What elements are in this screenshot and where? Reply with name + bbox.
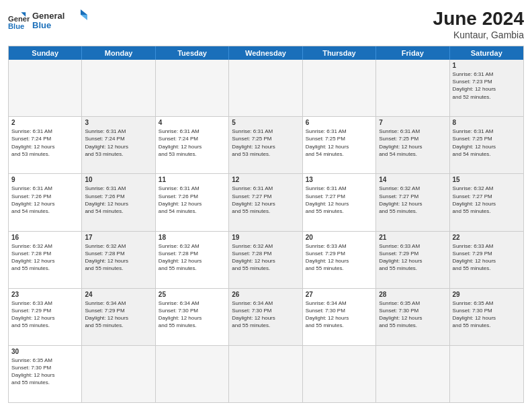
day-cell: 29Sunrise: 6:35 AM Sunset: 7:30 PM Dayli… — [450, 289, 523, 345]
cell-info: Sunrise: 6:35 AM Sunset: 7:30 PM Dayligh… — [453, 300, 521, 330]
day-number: 26 — [232, 291, 299, 298]
day-cell — [450, 346, 523, 402]
day-cell: 5Sunrise: 6:31 AM Sunset: 7:25 PM Daylig… — [229, 117, 302, 173]
week-row-2: 9Sunrise: 6:31 AM Sunset: 7:26 PM Daylig… — [9, 173, 523, 230]
day-cell: 2Sunrise: 6:31 AM Sunset: 7:24 PM Daylig… — [9, 117, 82, 173]
cell-info: Sunrise: 6:33 AM Sunset: 7:29 PM Dayligh… — [453, 242, 521, 273]
cell-info: Sunrise: 6:32 AM Sunset: 7:27 PM Dayligh… — [379, 185, 446, 215]
cell-info: Sunrise: 6:31 AM Sunset: 7:24 PM Dayligh… — [11, 128, 79, 158]
day-cell: 12Sunrise: 6:31 AM Sunset: 7:27 PM Dayli… — [229, 174, 302, 230]
day-number: 19 — [232, 234, 299, 241]
day-cell — [376, 346, 449, 402]
day-cell: 1Sunrise: 6:31 AM Sunset: 7:23 PM Daylig… — [450, 60, 523, 116]
week-row-0: 1Sunrise: 6:31 AM Sunset: 7:23 PM Daylig… — [9, 60, 523, 116]
day-number: 9 — [11, 176, 79, 183]
cell-info: Sunrise: 6:32 AM Sunset: 7:28 PM Dayligh… — [85, 242, 152, 273]
day-cell: 22Sunrise: 6:33 AM Sunset: 7:29 PM Dayli… — [450, 232, 523, 288]
day-cell: 30Sunrise: 6:35 AM Sunset: 7:30 PM Dayli… — [9, 346, 82, 402]
day-header-thursday: Thursday — [303, 46, 376, 60]
week-row-4: 23Sunrise: 6:33 AM Sunset: 7:29 PM Dayli… — [9, 288, 523, 345]
day-cell — [229, 60, 302, 116]
day-number: 7 — [379, 119, 446, 126]
day-number: 8 — [453, 119, 521, 126]
logo-svg: General Blue — [32, 8, 93, 32]
day-cell: 27Sunrise: 6:34 AM Sunset: 7:30 PM Dayli… — [303, 289, 376, 345]
day-cell — [156, 60, 229, 116]
week-row-3: 16Sunrise: 6:32 AM Sunset: 7:28 PM Dayli… — [9, 231, 523, 288]
cell-info: Sunrise: 6:33 AM Sunset: 7:29 PM Dayligh… — [306, 242, 373, 273]
day-cell: 21Sunrise: 6:33 AM Sunset: 7:29 PM Dayli… — [376, 232, 449, 288]
cell-info: Sunrise: 6:32 AM Sunset: 7:28 PM Dayligh… — [11, 242, 79, 273]
day-number: 20 — [306, 234, 373, 241]
day-cell: 10Sunrise: 6:31 AM Sunset: 7:26 PM Dayli… — [82, 174, 155, 230]
day-number: 3 — [85, 119, 152, 126]
cell-info: Sunrise: 6:32 AM Sunset: 7:27 PM Dayligh… — [453, 185, 521, 215]
cell-info: Sunrise: 6:31 AM Sunset: 7:25 PM Dayligh… — [232, 128, 299, 158]
day-cell — [9, 60, 82, 116]
cell-info: Sunrise: 6:31 AM Sunset: 7:25 PM Dayligh… — [453, 128, 521, 158]
logo: General Blue General Blue — [8, 8, 93, 35]
day-cell: 26Sunrise: 6:34 AM Sunset: 7:30 PM Dayli… — [229, 289, 302, 345]
day-number: 23 — [11, 291, 79, 298]
day-cell: 4Sunrise: 6:31 AM Sunset: 7:24 PM Daylig… — [156, 117, 229, 173]
location: Kuntaur, Gambia — [433, 30, 524, 40]
day-number: 21 — [379, 234, 446, 241]
cell-info: Sunrise: 6:32 AM Sunset: 7:28 PM Dayligh… — [232, 242, 299, 273]
day-number: 4 — [159, 119, 226, 126]
cell-info: Sunrise: 6:31 AM Sunset: 7:26 PM Dayligh… — [85, 185, 152, 215]
page-header: General Blue General Blue June 2024 Kunt… — [8, 8, 524, 40]
day-cell: 24Sunrise: 6:34 AM Sunset: 7:29 PM Dayli… — [82, 289, 155, 345]
day-cell: 11Sunrise: 6:31 AM Sunset: 7:26 PM Dayli… — [156, 174, 229, 230]
day-header-wednesday: Wednesday — [229, 46, 302, 60]
day-number: 18 — [159, 234, 226, 241]
day-cell: 13Sunrise: 6:31 AM Sunset: 7:27 PM Dayli… — [303, 174, 376, 230]
cell-info: Sunrise: 6:31 AM Sunset: 7:26 PM Dayligh… — [11, 185, 79, 215]
day-number: 25 — [159, 291, 226, 298]
cell-info: Sunrise: 6:33 AM Sunset: 7:29 PM Dayligh… — [379, 242, 446, 273]
svg-text:Blue: Blue — [32, 20, 51, 30]
day-cell: 14Sunrise: 6:32 AM Sunset: 7:27 PM Dayli… — [376, 174, 449, 230]
day-number: 6 — [306, 119, 373, 126]
day-number: 1 — [453, 62, 521, 69]
cell-info: Sunrise: 6:31 AM Sunset: 7:25 PM Dayligh… — [306, 128, 373, 158]
day-cell: 25Sunrise: 6:34 AM Sunset: 7:30 PM Dayli… — [156, 289, 229, 345]
cell-info: Sunrise: 6:33 AM Sunset: 7:29 PM Dayligh… — [11, 300, 79, 330]
day-cell: 16Sunrise: 6:32 AM Sunset: 7:28 PM Dayli… — [9, 232, 82, 288]
day-headers: SundayMondayTuesdayWednesdayThursdayFrid… — [9, 46, 523, 60]
day-number: 24 — [85, 291, 152, 298]
day-cell: 23Sunrise: 6:33 AM Sunset: 7:29 PM Dayli… — [9, 289, 82, 345]
day-cell — [376, 60, 449, 116]
day-number: 27 — [306, 291, 373, 298]
day-header-friday: Friday — [376, 46, 449, 60]
calendar: SundayMondayTuesdayWednesdayThursdayFrid… — [8, 46, 524, 403]
day-cell: 8Sunrise: 6:31 AM Sunset: 7:25 PM Daylig… — [450, 117, 523, 173]
day-number: 14 — [379, 176, 446, 183]
cell-info: Sunrise: 6:31 AM Sunset: 7:23 PM Dayligh… — [453, 71, 521, 101]
calendar-body: 1Sunrise: 6:31 AM Sunset: 7:23 PM Daylig… — [9, 60, 523, 402]
day-number: 17 — [85, 234, 152, 241]
cell-info: Sunrise: 6:35 AM Sunset: 7:30 PM Dayligh… — [11, 357, 79, 387]
day-cell: 9Sunrise: 6:31 AM Sunset: 7:26 PM Daylig… — [9, 174, 82, 230]
svg-text:General: General — [32, 11, 64, 21]
day-cell — [303, 60, 376, 116]
day-cell: 18Sunrise: 6:32 AM Sunset: 7:28 PM Dayli… — [156, 232, 229, 288]
day-cell — [82, 346, 155, 402]
day-cell: 3Sunrise: 6:31 AM Sunset: 7:24 PM Daylig… — [82, 117, 155, 173]
day-number: 13 — [306, 176, 373, 183]
month-year: June 2024 — [433, 8, 524, 30]
day-header-saturday: Saturday — [450, 46, 523, 60]
logo-icon: General Blue — [8, 11, 30, 32]
day-header-monday: Monday — [82, 46, 155, 60]
cell-info: Sunrise: 6:31 AM Sunset: 7:25 PM Dayligh… — [379, 128, 446, 158]
day-cell — [303, 346, 376, 402]
day-cell — [229, 346, 302, 402]
cell-info: Sunrise: 6:31 AM Sunset: 7:26 PM Dayligh… — [159, 185, 226, 215]
cell-info: Sunrise: 6:35 AM Sunset: 7:30 PM Dayligh… — [379, 300, 446, 330]
day-header-sunday: Sunday — [9, 46, 82, 60]
svg-marker-6 — [81, 15, 87, 20]
cell-info: Sunrise: 6:31 AM Sunset: 7:27 PM Dayligh… — [306, 185, 373, 215]
svg-text:Blue: Blue — [8, 22, 24, 30]
day-number: 2 — [11, 119, 79, 126]
day-number: 22 — [453, 234, 521, 241]
day-cell: 28Sunrise: 6:35 AM Sunset: 7:30 PM Dayli… — [376, 289, 449, 345]
